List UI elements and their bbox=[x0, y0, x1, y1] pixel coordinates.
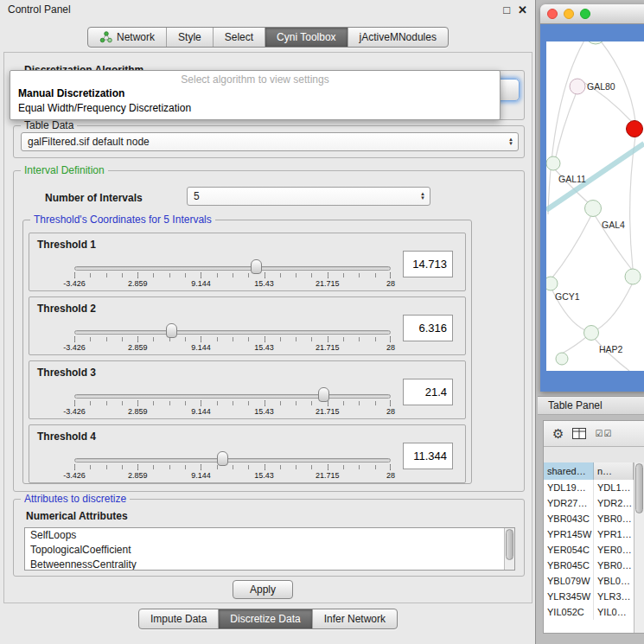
table-row[interactable]: YBR045C YBR0… bbox=[544, 558, 634, 573]
table-row[interactable]: YIL052C YIL0… bbox=[544, 604, 634, 620]
network-node-selected-red[interactable] bbox=[627, 121, 643, 137]
table-cell[interactable]: YBR043C bbox=[544, 511, 594, 526]
table-cell[interactable]: YIL052C bbox=[544, 604, 594, 620]
table-scrollbar[interactable] bbox=[634, 462, 644, 633]
slider-track[interactable] bbox=[74, 458, 391, 462]
list-item[interactable]: TopologicalCoefficient bbox=[25, 543, 514, 558]
number-of-intervals-combobox[interactable]: 5 ▲▼ bbox=[187, 187, 430, 206]
slider-thumb[interactable] bbox=[166, 323, 177, 338]
threshold-4-label: Threshold 4 bbox=[37, 430, 96, 443]
network-node-gal11[interactable] bbox=[546, 156, 560, 170]
slider-thumb[interactable] bbox=[217, 451, 228, 466]
table-cell[interactable]: YBL079W bbox=[544, 573, 594, 589]
table-cell[interactable]: YIL0… bbox=[594, 604, 634, 620]
dropdown-option-manual[interactable]: Manual Discretization bbox=[10, 86, 500, 100]
tab-cyni-toolbox[interactable]: Cyni Toolbox bbox=[265, 28, 348, 47]
threshold-1-value-field[interactable] bbox=[403, 251, 453, 277]
table-row[interactable]: YBR043C YBR0… bbox=[544, 511, 634, 526]
threshold-3-slider[interactable]: -3.426 2.859 9.144 15.43 21.715 28 bbox=[74, 387, 391, 417]
table-row[interactable]: YDR27… YDR2… bbox=[544, 495, 634, 511]
table-cell[interactable]: YBR0… bbox=[594, 558, 634, 573]
network-node[interactable] bbox=[556, 353, 568, 365]
list-item[interactable]: BetweennessCentrality bbox=[25, 558, 514, 571]
table-cell[interactable]: YER054C bbox=[544, 542, 594, 558]
table-cell[interactable]: YPR145W bbox=[544, 526, 594, 542]
column-header-name[interactable]: n… bbox=[594, 462, 634, 480]
float-window-icon[interactable]: □ bbox=[503, 4, 510, 16]
table-cell[interactable]: YDL1… bbox=[594, 480, 634, 495]
table-cell[interactable]: YLR345W bbox=[544, 589, 594, 604]
table-row[interactable]: YDL19… YDL1… bbox=[544, 480, 634, 495]
table-panel-titlebar: Table Panel bbox=[538, 396, 644, 415]
tick-label: -3.426 bbox=[63, 343, 86, 352]
network-node-gal80[interactable] bbox=[570, 79, 585, 94]
network-icon bbox=[99, 31, 112, 43]
table-row[interactable]: YBL079W YBL0… bbox=[544, 573, 634, 589]
tab-jactivemnodules-label: jActiveMNodules bbox=[360, 31, 437, 43]
slider-minor-ticks bbox=[74, 273, 391, 277]
tab-impute-data[interactable]: Impute Data bbox=[139, 609, 219, 628]
table-row[interactable]: YLR345W YLR3… bbox=[544, 589, 634, 604]
gear-icon[interactable]: ⚙ bbox=[552, 427, 564, 440]
attributes-list: SelfLoops TopologicalCoefficient Between… bbox=[24, 527, 515, 571]
tab-style-label: Style bbox=[178, 31, 201, 43]
tick-label: 2.859 bbox=[128, 407, 148, 416]
tab-discretize-data[interactable]: Discretize Data bbox=[219, 609, 312, 628]
network-canvas[interactable]: GAL80 GAL11 GAL4 GCY1 HAP2 bbox=[546, 41, 644, 371]
columns-icon[interactable] bbox=[572, 428, 586, 439]
tick-label: 15.43 bbox=[254, 471, 274, 480]
control-panel-title: Control Panel bbox=[8, 3, 71, 16]
thresholds-groupbox: Threshold's Coordinates for 5 Intervals … bbox=[22, 220, 472, 484]
network-node-hap2[interactable] bbox=[584, 326, 599, 341]
table-cell[interactable]: YPR1… bbox=[594, 526, 634, 542]
tab-infer-network-label: Infer Network bbox=[324, 613, 386, 625]
threshold-3-value-field[interactable] bbox=[403, 379, 453, 405]
table-cell[interactable]: YLR3… bbox=[594, 589, 634, 604]
table-header-row: shared… n… bbox=[544, 462, 634, 480]
slider-track[interactable] bbox=[74, 394, 391, 399]
threshold-1-slider[interactable]: -3.426 2.859 9.144 15.43 21.715 28 bbox=[74, 259, 391, 289]
tab-select[interactable]: Select bbox=[214, 28, 265, 47]
select-columns-checkboxes-icon[interactable]: ☑☑ bbox=[595, 429, 612, 438]
tab-infer-network[interactable]: Infer Network bbox=[313, 609, 397, 628]
table-cell[interactable]: YDL19… bbox=[544, 480, 594, 495]
network-node-gcy1[interactable] bbox=[546, 277, 558, 290]
table-cell[interactable]: YDR2… bbox=[594, 495, 634, 511]
table-cell[interactable]: YBR0… bbox=[594, 511, 634, 526]
table-cell[interactable]: YER0… bbox=[594, 542, 634, 558]
zoom-traffic-light[interactable] bbox=[580, 9, 590, 19]
slider-track[interactable] bbox=[74, 330, 391, 335]
column-header-shared-name[interactable]: shared… bbox=[544, 462, 594, 480]
table-row[interactable]: YER054C YER0… bbox=[544, 542, 634, 558]
minimize-traffic-light[interactable] bbox=[564, 9, 574, 19]
threshold-3-label: Threshold 3 bbox=[37, 367, 96, 379]
scrollbar-thumb[interactable] bbox=[506, 529, 513, 560]
network-node-gal4[interactable] bbox=[585, 201, 602, 217]
slider-thumb[interactable] bbox=[318, 387, 329, 402]
threshold-4-slider[interactable]: -3.426 2.859 9.144 15.43 21.715 28 bbox=[74, 451, 391, 481]
table-data-groupbox: Table Data galFiltered.sif default node … bbox=[13, 125, 525, 158]
slider-track[interactable] bbox=[74, 266, 391, 271]
network-node[interactable] bbox=[625, 269, 641, 284]
attributes-list-scrollbar[interactable] bbox=[504, 528, 514, 570]
list-item[interactable]: SelfLoops bbox=[25, 528, 514, 543]
table-cell[interactable]: YBL0… bbox=[594, 573, 634, 589]
dropdown-option-equal-width[interactable]: Equal Width/Frequency Discretization bbox=[10, 100, 500, 115]
table-data-combobox[interactable]: galFiltered.sif default node ▲▼ bbox=[21, 132, 519, 151]
table-cell[interactable]: YDR27… bbox=[544, 495, 594, 511]
slider-thumb[interactable] bbox=[251, 259, 262, 274]
tab-network[interactable]: Network bbox=[88, 28, 167, 47]
scrollbar-thumb[interactable] bbox=[635, 463, 643, 513]
tab-jactivemnodules[interactable]: jActiveMNodules bbox=[348, 28, 448, 47]
table-row[interactable]: YPR145W YPR1… bbox=[544, 526, 634, 542]
table-cell[interactable]: YBR045C bbox=[544, 558, 594, 573]
tab-style[interactable]: Style bbox=[167, 28, 214, 47]
close-traffic-light[interactable] bbox=[547, 9, 558, 19]
apply-button[interactable]: Apply bbox=[233, 580, 293, 599]
threshold-2-value-field[interactable] bbox=[403, 315, 453, 341]
threshold-2-slider[interactable]: -3.426 2.859 9.144 15.43 21.715 28 bbox=[74, 323, 391, 353]
tick-label: 21.715 bbox=[316, 279, 340, 288]
close-window-icon[interactable]: ✕ bbox=[518, 4, 527, 16]
network-graph-svg[interactable]: GAL80 GAL11 GAL4 GCY1 HAP2 bbox=[546, 41, 644, 371]
threshold-4-value-field[interactable] bbox=[403, 443, 453, 469]
